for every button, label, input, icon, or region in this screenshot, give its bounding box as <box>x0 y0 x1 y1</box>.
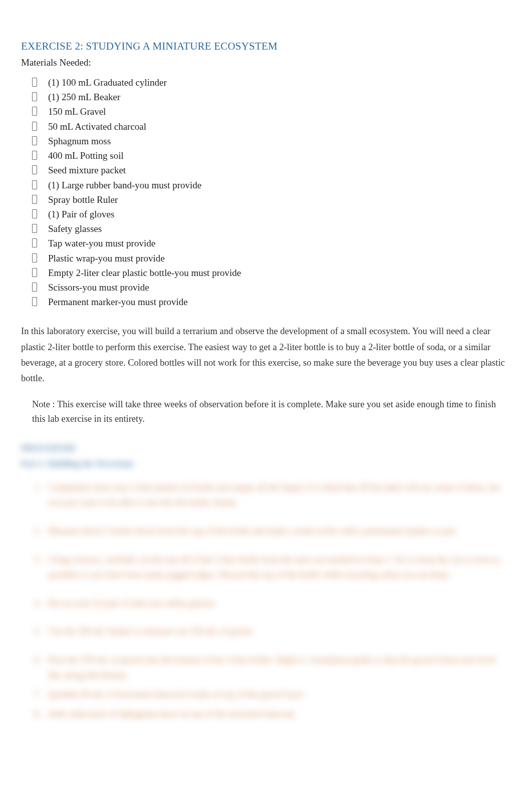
materials-list-item: Empty 2-liter clear plastic bottle-you m… <box>32 266 511 280</box>
procedure-step: Add a thin layer of Sphagnum moss on top… <box>37 706 511 722</box>
materials-list-item: Sphagnum moss <box>32 135 511 148</box>
materials-list: (1) 100 mL Graduated cylinder(1) 250 mL … <box>21 76 511 309</box>
materials-list-item: (1) Large rubber band-you must provide <box>32 179 511 192</box>
materials-heading: Materials Needed: <box>21 56 511 69</box>
materials-list-item: (1) 100 mL Graduated cylinder <box>32 76 511 89</box>
procedure-step: Use the 250 mL beaker to measure out 150… <box>37 624 511 639</box>
procedure-step: Using scissors, carefully cut the top of… <box>37 552 511 583</box>
procedure-step: Sprinkle 50 mL of Activated charcoal eve… <box>37 687 511 702</box>
procedure-step: Completely rinse your 2-liter plastic (2… <box>37 480 511 510</box>
procedure-step: Put on your (1) pair of and your safety … <box>37 596 511 611</box>
materials-list-item: (1) Pair of gloves <box>32 208 511 221</box>
exercise-title: EXERCISE 2: STUDYING A MINIATURE ECOSYST… <box>21 39 511 53</box>
materials-list-item: Permanent marker-you must provide <box>32 296 511 309</box>
materials-list-item: (1) 250 mL Beaker <box>32 91 511 104</box>
note-paragraph: Note : This exercise will take three wee… <box>21 397 511 427</box>
procedure-step: Measure about 5 inches down from the cap… <box>37 523 511 539</box>
materials-list-item: Spray bottle Ruler <box>32 193 511 206</box>
procedure-step: Pour the 150 mL of gravel into the botto… <box>37 652 511 683</box>
materials-list-item: Safety glasses <box>32 222 511 235</box>
part-heading: Part 1: Building the Terrarium <box>21 458 511 470</box>
procedure-heading: PROCEDURE <box>21 443 511 454</box>
materials-list-item: Plastic wrap-you must provide <box>32 252 511 265</box>
materials-list-item: Scissors-you must provide <box>32 281 511 294</box>
intro-paragraph: In this laboratory exercise, you will bu… <box>21 324 511 386</box>
procedure-steps-list: Completely rinse your 2-liter plastic (2… <box>21 480 511 722</box>
blurred-preview-section: PROCEDURE Part 1: Building the Terrarium… <box>21 443 511 721</box>
materials-list-item: 50 mL Activated charcoal <box>32 120 511 133</box>
materials-list-item: 400 mL Potting soil <box>32 149 511 162</box>
materials-list-item: Tap water-you must provide <box>32 237 511 250</box>
materials-list-item: 150 mL Gravel <box>32 105 511 118</box>
materials-list-item: Seed mixture packet <box>32 164 511 177</box>
